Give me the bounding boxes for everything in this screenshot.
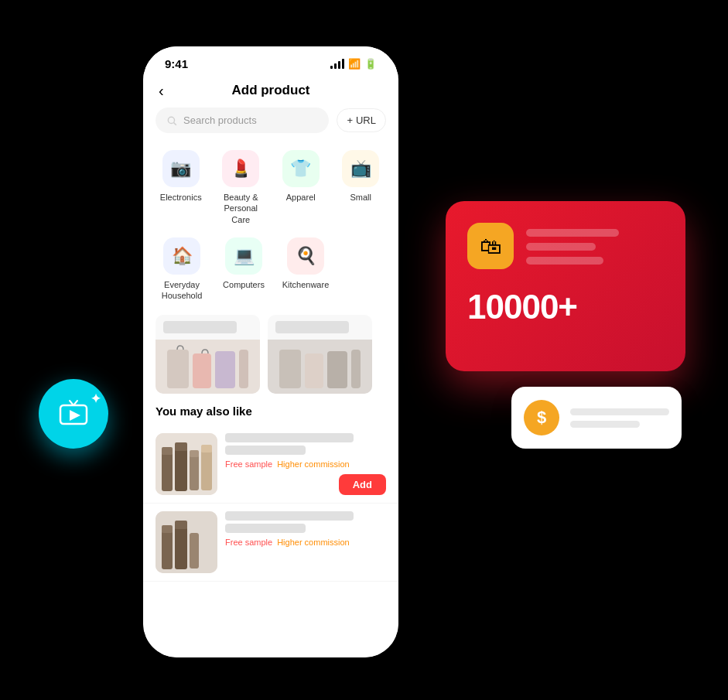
product-tags-2: Free sample Higher commission [225,538,386,547]
red-card: 🛍 10000+ [446,201,685,371]
computers-label: Computers [223,279,265,290]
product-name-bar-1a [225,433,354,442]
clothes-image [163,342,252,392]
page-title: Add product [231,83,309,98]
product-name-bar-1b [225,446,306,455]
wifi-icon: 📶 [348,58,361,70]
search-icon [166,115,177,126]
product-card-2-image [268,340,372,394]
product-card-2-label [275,321,349,333]
back-button[interactable]: ‹ [159,82,164,100]
product-card-1[interactable] [156,315,260,394]
status-bar: 9:41 📶 🔋 [143,46,398,77]
svg-rect-16 [190,450,199,457]
svg-marker-26 [70,410,80,421]
svg-rect-11 [162,452,173,491]
svg-rect-2 [167,350,189,388]
product-list-item-1[interactable]: Free sample Higher commission Add [143,425,398,504]
svg-rect-15 [190,455,199,490]
product-list-item-2[interactable]: Free sample Higher commission [143,504,398,582]
white-card: $ [511,387,682,449]
status-time: 9:41 [165,57,188,70]
app-header: ‹ Add product [143,77,398,108]
svg-rect-17 [201,450,212,490]
svg-rect-13 [175,449,187,491]
svg-rect-8 [327,351,347,388]
categories-row-2: 🏠 Everyday Household 💻 Computers 🍳 Kitch… [143,231,398,308]
red-card-line-1 [526,229,619,237]
electronics-icon: 📷 [162,150,200,187]
higher-commission-tag-1: Higher commission [277,459,350,469]
categories-row-1: 📷 Electronics 💄 Beauty & Personal Care 👕… [143,144,398,231]
kitchenware-label: Kitchenware [282,279,330,290]
clothes-image-2 [275,342,364,392]
search-input[interactable]: Search products [156,108,329,133]
search-placeholder: Search products [183,114,257,126]
url-plus-icon: + [347,114,353,126]
sparkle-icon: ✦ [91,391,101,406]
product-image-1 [156,433,217,495]
product-card-1-label [163,321,237,333]
free-sample-tag-2: Free sample [225,538,272,547]
svg-point-0 [168,117,174,123]
search-bar: Search products + URL [143,108,398,144]
product-thumb-2 [156,511,217,573]
red-card-line-2 [526,243,596,251]
household-label: Everyday Household [154,279,210,302]
red-card-number: 10000+ [467,288,664,326]
cyan-play-circle[interactable]: ✦ [39,379,108,449]
small-label: Small [350,192,371,203]
product-image-2 [156,511,217,573]
svg-rect-24 [190,533,199,569]
category-kitchenware[interactable]: 🍳 Kitchenware [275,231,337,308]
svg-line-1 [174,122,176,125]
product-name-bar-2b [225,524,306,533]
computers-icon: 💻 [225,237,262,275]
household-icon: 🏠 [163,237,200,275]
white-card-lines [570,408,669,428]
product-thumb-1 [156,433,217,495]
product-info-1: Free sample Higher commission Add [225,433,386,495]
higher-commission-tag-2: Higher commission [277,538,350,547]
free-sample-tag-1: Free sample [225,459,272,469]
svg-rect-18 [201,445,212,452]
dollar-icon: $ [524,400,559,435]
add-button-1[interactable]: Add [339,474,386,495]
svg-rect-12 [162,447,173,455]
apparel-icon: 👕 [282,150,320,187]
small-icon: 📺 [342,150,379,187]
product-name-bar-2a [225,511,354,521]
phone: 9:41 📶 🔋 ‹ Add product [143,46,398,657]
category-apparel[interactable]: 👕 Apparel [271,144,331,231]
svg-rect-22 [175,527,187,569]
svg-rect-21 [162,525,173,533]
red-card-shop-icon: 🛍 [467,223,514,269]
svg-rect-4 [215,351,235,388]
svg-rect-7 [305,353,323,388]
red-card-lines [526,229,664,265]
apparel-label: Apparel [286,192,316,203]
section-title: You may also like [143,401,398,425]
category-electronics[interactable]: 📷 Electronics [151,144,211,231]
battery-icon: 🔋 [364,58,377,70]
kitchenware-icon: 🍳 [287,237,324,275]
beauty-icon: 💄 [222,150,259,187]
category-small[interactable]: 📺 Small [331,144,391,231]
svg-rect-23 [175,521,187,529]
electronics-label: Electronics [160,192,202,203]
svg-rect-14 [175,442,187,451]
svg-rect-9 [351,350,361,388]
product-info-2: Free sample Higher commission [225,511,386,573]
category-household[interactable]: 🏠 Everyday Household [151,231,213,308]
product-card-1-image [156,340,260,394]
category-beauty[interactable]: 💄 Beauty & Personal Care [211,144,272,231]
product-card-2[interactable] [268,315,372,394]
svg-rect-3 [193,353,211,388]
category-computers[interactable]: 💻 Computers [213,231,275,308]
beauty-label: Beauty & Personal Care [214,192,268,225]
red-card-line-3 [526,257,603,265]
svg-rect-6 [279,350,301,388]
url-label: URL [356,114,376,126]
scene: 9:41 📶 🔋 ‹ Add product [0,0,728,700]
url-button[interactable]: + URL [337,108,386,132]
